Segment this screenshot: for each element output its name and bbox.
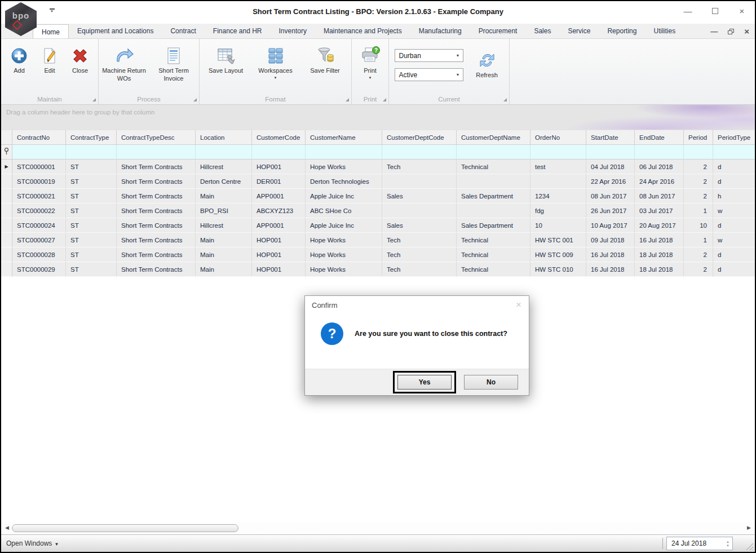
tab-service[interactable]: Service — [559, 24, 599, 38]
table-row[interactable]: STC0000028STShort Term ContractsMainHOP0… — [1, 247, 755, 262]
group-launcher-icon-process[interactable] — [193, 98, 197, 101]
edit-button[interactable]: Edit — [34, 42, 65, 104]
horizontal-scrollbar[interactable]: ◀ ▶ — [1, 523, 755, 534]
svg-text:?: ? — [374, 47, 377, 54]
group-launcher-icon-current[interactable] — [503, 98, 507, 101]
close-window-icon[interactable]: × — [737, 6, 747, 16]
column-header-location[interactable]: Location — [196, 130, 252, 145]
table-row[interactable]: STC0000024STShort Term ContractsHillcres… — [1, 218, 755, 233]
cell-enddate: 20 Aug 2017 — [635, 218, 684, 233]
cell-period: 10 — [684, 218, 713, 233]
cell-contracttypedesc: Short Term Contracts — [117, 189, 196, 203]
dialog-close-icon[interactable]: × — [516, 299, 521, 311]
site-select[interactable]: Durban ▼ — [395, 49, 463, 62]
table-row[interactable]: STC0000021STShort Term ContractsMainAPP0… — [1, 189, 755, 203]
cell-contractno: STC0000029 — [12, 262, 66, 277]
cell-customerdeptname: Technical — [457, 233, 530, 247]
filter-cell-contracttypedesc[interactable] — [117, 145, 196, 160]
column-header-customerdeptcode[interactable]: CustomerDeptCode — [382, 130, 457, 145]
filter-cell-customerdeptname[interactable] — [457, 145, 530, 160]
tab-reporting[interactable]: Reporting — [599, 24, 645, 38]
short-term-invoice-button[interactable]: Short Term Invoice — [149, 42, 198, 104]
cell-customerdeptname: Technical — [457, 262, 530, 277]
tab-utilities[interactable]: Utilities — [645, 24, 684, 38]
mdi-minimize-icon[interactable]: — — [710, 27, 718, 36]
cell-location: BPO_RSI — [196, 203, 252, 218]
group-launcher-icon-maintain[interactable] — [92, 98, 96, 101]
filter-cell-orderno[interactable] — [530, 145, 586, 160]
filter-cell-customercode[interactable] — [252, 145, 306, 160]
column-header-period[interactable]: Period — [684, 130, 713, 145]
tab-procurement[interactable]: Procurement — [470, 24, 526, 38]
machine-return-wos-button[interactable]: Machine Return WOs — [99, 42, 149, 104]
filter-cell-location[interactable] — [196, 145, 252, 160]
open-windows-button[interactable]: Open Windows▼ — [6, 539, 59, 547]
filter-cell-contracttype[interactable] — [66, 145, 117, 160]
column-header-contracttype[interactable]: ContractType — [66, 130, 117, 145]
tab-home[interactable]: Home — [33, 24, 69, 38]
group-by-panel[interactable]: Drag a column header here to group by th… — [1, 105, 755, 130]
column-header-customername[interactable]: CustomerName — [306, 130, 382, 145]
minimize-icon[interactable]: — — [683, 6, 693, 16]
filter-cell-customername[interactable] — [306, 145, 382, 160]
tab-equipment-and-locations[interactable]: Equipment and Locations — [69, 24, 162, 38]
resize-grip[interactable] — [745, 542, 753, 550]
date-spin-down-icon[interactable]: ▼ — [726, 545, 730, 547]
cell-contractno: STC0000019 — [12, 174, 66, 189]
scroll-left-icon[interactable]: ◀ — [5, 525, 9, 530]
column-header-startdate[interactable]: StartDate — [586, 130, 635, 145]
yes-button[interactable]: Yes — [397, 375, 452, 390]
filter-cell-startdate[interactable] — [586, 145, 635, 160]
tab-maintenance-and-projects[interactable]: Maintenance and Projects — [315, 24, 410, 38]
filter-cell-enddate[interactable] — [635, 145, 684, 160]
printer-icon: ? — [360, 45, 381, 67]
table-row[interactable]: ▶STC0000001STShort Term ContractsHillcre… — [1, 160, 755, 174]
table-row[interactable]: STC0000019STShort Term ContractsDerton C… — [1, 174, 755, 189]
tab-sales[interactable]: Sales — [525, 24, 559, 38]
tab-contract[interactable]: Contract — [162, 24, 204, 38]
table-row[interactable]: STC0000027STShort Term ContractsMainHOP0… — [1, 233, 755, 247]
column-header-enddate[interactable]: EndDate — [635, 130, 684, 145]
ribbon-group-maintain: Add Edit Cl — [1, 39, 99, 104]
table-row[interactable]: STC0000029STShort Term ContractsMainHOP0… — [1, 262, 755, 277]
filter-cell-period[interactable] — [684, 145, 713, 160]
cell-contracttypedesc: Short Term Contracts — [117, 218, 196, 233]
close-button[interactable]: Close — [65, 42, 95, 104]
save-filter-button[interactable]: Save Filter — [300, 42, 350, 104]
column-header-customercode[interactable]: CustomerCode — [252, 130, 306, 145]
date-field[interactable]: 24 Jul 2018 ▲ ▼ — [666, 537, 733, 550]
column-header-contractno[interactable]: ContractNo — [12, 130, 66, 145]
save-layout-button[interactable]: Save Layout — [201, 42, 251, 104]
status-dropdown-icon[interactable]: ▼ — [453, 73, 463, 77]
workspaces-dropdown-icon: ▼ — [274, 76, 277, 79]
column-header-periodtype[interactable]: PeriodType — [713, 130, 755, 145]
column-header-orderno[interactable]: OrderNo — [530, 130, 586, 145]
mdi-restore-icon[interactable] — [728, 29, 734, 34]
cell-periodtype: h — [713, 189, 755, 203]
mdi-close-icon[interactable]: × — [744, 26, 749, 36]
workspaces-button[interactable]: Workspaces ▼ — [251, 42, 300, 104]
filter-cell-periodtype[interactable] — [713, 145, 755, 160]
tab-manufacturing[interactable]: Manufacturing — [410, 24, 470, 38]
column-header-contracttypedesc[interactable]: ContractTypeDesc — [117, 130, 196, 145]
cell-period: 2 — [684, 262, 713, 277]
no-button[interactable]: No — [464, 375, 518, 390]
tab-inventory[interactable]: Inventory — [271, 24, 315, 38]
status-select[interactable]: Active ▼ — [395, 68, 463, 81]
site-dropdown-icon[interactable]: ▼ — [453, 54, 463, 57]
maximize-icon[interactable] — [710, 6, 720, 16]
filter-cell-customerdeptcode[interactable] — [382, 145, 457, 160]
filter-cell-contractno[interactable] — [12, 145, 66, 160]
date-spin-up-icon[interactable]: ▲ — [726, 541, 730, 543]
group-launcher-icon-print[interactable] — [383, 98, 386, 101]
tab-finance-and-hr[interactable]: Finance and HR — [205, 24, 271, 38]
scrollbar-thumb[interactable] — [12, 524, 238, 532]
date-value: 24 Jul 2018 — [667, 539, 723, 547]
print-button[interactable]: ? Print ▼ — [354, 42, 387, 104]
group-launcher-icon-format[interactable] — [346, 98, 349, 101]
column-header-customerdeptname[interactable]: CustomerDeptName — [457, 130, 530, 145]
cell-startdate: 04 Jul 2018 — [586, 160, 635, 174]
table-row[interactable]: STC0000022STShort Term ContractsBPO_RSIA… — [1, 203, 755, 218]
add-button[interactable]: Add — [4, 42, 34, 104]
scroll-right-icon[interactable]: ▶ — [747, 525, 751, 530]
